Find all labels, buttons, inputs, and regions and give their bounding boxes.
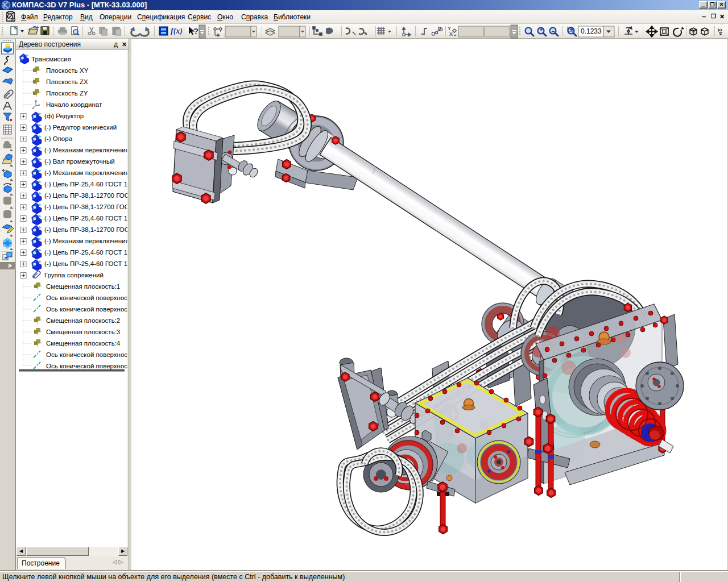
- svg-text:0.1233: 0.1233: [581, 27, 602, 35]
- svg-text:f(x): f(x): [171, 27, 183, 36]
- svg-text:X: X: [449, 31, 453, 37]
- svg-text:?: ?: [193, 26, 198, 36]
- svg-text:Y: Y: [448, 26, 451, 31]
